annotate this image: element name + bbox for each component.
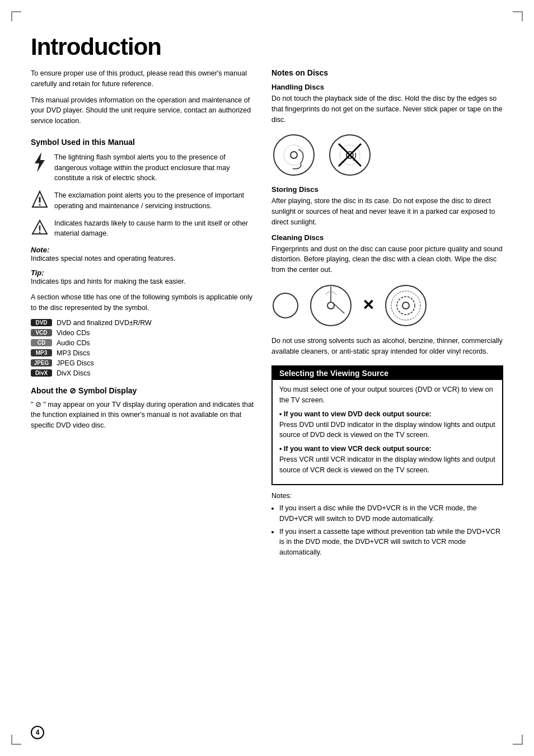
disc-cleaning-illustrations: ✕ — [271, 283, 503, 328]
disc-good-illustration — [271, 133, 316, 177]
clean-good-circle — [271, 292, 299, 320]
about-symbol-text: " ⊘ " may appear on your TV display duri… — [31, 400, 255, 431]
vs-intro: You must select one of your output sourc… — [279, 384, 495, 406]
clean-disc-good — [308, 283, 353, 328]
disc-type-vcd: VCD Video CDs — [31, 329, 255, 337]
vs-vcr-item: • If you want to view VCR deck output so… — [279, 444, 495, 475]
viewing-source-body: You must select one of your output sourc… — [279, 384, 495, 475]
badge-jpeg: JPEG — [31, 359, 52, 367]
intro-para2: This manual provides information on the … — [31, 95, 255, 126]
note-text: Indicates special notes and operating fe… — [31, 254, 255, 264]
svg-point-2 — [39, 204, 41, 206]
svg-point-13 — [273, 293, 298, 318]
symbol-item-lightning: The lightning flash symbol alerts you to… — [31, 152, 255, 184]
notes-header: Notes: — [271, 491, 503, 501]
disc-type-divx-label: DivX Discs — [57, 369, 90, 377]
viewing-source-title: Selecting the Viewing Source — [273, 367, 502, 380]
tip-text: Indicates tips and hints for making the … — [31, 277, 255, 287]
svg-point-18 — [386, 285, 426, 326]
disc-type-vcd-label: Video CDs — [57, 329, 90, 337]
disc-bad-illustration — [327, 133, 372, 177]
disc-handling-illustrations — [271, 133, 503, 177]
badge-vcd: VCD — [31, 329, 52, 336]
vs-dvd-text: Press DVD until DVD indicator in the dis… — [279, 421, 495, 439]
disc-type-mp3: MP3 MP3 Discs — [31, 349, 255, 357]
badge-cd: CD — [31, 339, 52, 346]
symbol-item-exclaim: The exclamation point alerts you to the … — [31, 190, 255, 212]
vs-dvd-item: • If you want to view DVD deck output so… — [279, 409, 495, 440]
cleaning-discs-title: Cleaning Discs — [271, 233, 503, 242]
vs-dvd-label: • If you want to view DVD deck output so… — [279, 410, 432, 418]
corner-mark-tr — [513, 11, 523, 21]
clean-disc-bad — [383, 283, 428, 328]
disc-type-cd: CD Audio CDs — [31, 339, 255, 347]
notes-items: If you insert a disc while the DVD+VCR i… — [271, 503, 503, 558]
page-number: 4 — [31, 726, 44, 739]
right-column: Notes on Discs Handling Discs Do not tou… — [271, 68, 503, 560]
viewing-source-box: Selecting the Viewing Source You must se… — [271, 365, 503, 485]
content-area: To ensure proper use of this product, pl… — [31, 68, 503, 560]
tip-label: Tip: — [31, 269, 255, 277]
symbol-section-title: Symbol Used in this Manual — [31, 138, 255, 147]
storing-discs-title: Storing Discs — [271, 185, 503, 194]
intro-para1: To ensure proper use of this product, pl… — [31, 68, 255, 90]
svg-point-6 — [291, 152, 297, 158]
note-item-2: If you insert a cassette tape without pr… — [279, 527, 503, 558]
page-title: Introduction — [31, 34, 503, 60]
triangle-icon — [31, 218, 49, 238]
handling-discs-title: Handling Discs — [271, 83, 503, 91]
svg-point-7 — [284, 145, 304, 165]
svg-marker-0 — [35, 152, 45, 172]
corner-mark-bl — [11, 735, 21, 745]
badge-dvd: DVD — [31, 319, 52, 326]
exclaim-icon — [31, 190, 49, 210]
vs-vcr-text: Press VCR until VCR indicator in the dis… — [279, 456, 495, 474]
about-symbol-section: About the ⊘ Symbol Display " ⊘ " may app… — [31, 386, 255, 431]
svg-rect-1 — [39, 197, 41, 203]
storing-discs-text: After playing, store the disc in its cas… — [271, 196, 503, 227]
handling-discs-text: Do not touch the playback side of the di… — [271, 93, 503, 125]
disc-symbol-para: A section whose title has one of the fol… — [31, 292, 255, 313]
svg-point-20 — [397, 297, 415, 314]
cleaning-discs-text: Fingerprints and dust on the disc can ca… — [271, 244, 503, 275]
symbol-text-lightning: The lightning flash symbol alerts you to… — [54, 152, 255, 184]
lightning-icon — [31, 152, 49, 172]
corner-mark-br — [513, 735, 523, 745]
viewing-source-notes: Notes: If you insert a disc while the DV… — [271, 491, 503, 558]
symbol-text-triangle: Indicates hazards likely to cause harm t… — [54, 218, 255, 240]
corner-mark-tl — [11, 11, 21, 21]
symbol-text-exclaim: The exclamation point alerts you to the … — [54, 190, 255, 212]
disc-types-list: DVD DVD and finalized DVD±R/RW VCD Video… — [31, 319, 255, 377]
disc-type-jpeg: JPEG JPEG Discs — [31, 359, 255, 367]
page: Introduction To ensure proper use of thi… — [0, 0, 534, 756]
disc-type-mp3-label: MP3 Discs — [57, 349, 90, 357]
svg-point-19 — [402, 302, 409, 309]
badge-mp3: MP3 — [31, 349, 52, 356]
symbol-item-triangle: Indicates hazards likely to cause harm t… — [31, 218, 255, 240]
left-column: To ensure proper use of this product, pl… — [31, 68, 255, 560]
disc-type-dvd-label: DVD and finalized DVD±R/RW — [57, 319, 152, 327]
disc-type-cd-label: Audio CDs — [57, 339, 90, 347]
notes-on-discs-title: Notes on Discs — [271, 68, 503, 77]
badge-divx: DivX — [31, 369, 52, 377]
disc-type-jpeg-label: JPEG Discs — [57, 359, 94, 367]
x-mark: ✕ — [362, 297, 374, 314]
note-item-1: If you insert a disc while the DVD+VCR i… — [279, 503, 503, 524]
solvents-text: Do not use strong solvents such as alcoh… — [271, 336, 503, 357]
disc-type-dvd: DVD DVD and finalized DVD±R/RW — [31, 319, 255, 327]
svg-point-21 — [391, 291, 420, 320]
disc-type-divx: DivX DivX Discs — [31, 369, 255, 377]
note-label: Note: — [31, 246, 255, 254]
about-symbol-title: About the ⊘ Symbol Display — [31, 386, 255, 395]
svg-point-4 — [39, 231, 41, 233]
vs-vcr-label: • If you want to view VCR deck output so… — [279, 445, 432, 453]
